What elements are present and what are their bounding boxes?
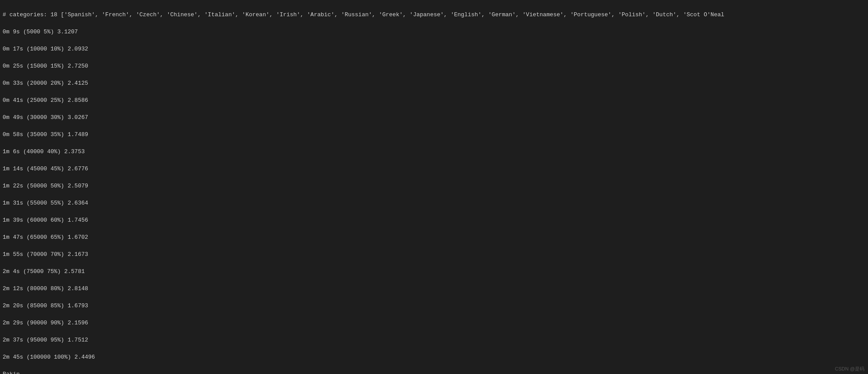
terminal-line: # categories: 18 ['Spanish', 'French', '… — [3, 11, 865, 19]
terminal-output: # categories: 18 ['Spanish', 'French', '… — [3, 2, 865, 374]
terminal-line: 2m 29s (90000 90%) 2.1596 — [3, 319, 865, 327]
terminal-line: 1m 31s (55000 55%) 2.6364 — [3, 199, 865, 208]
terminal-line: 1m 6s (40000 40%) 2.3753 — [3, 147, 865, 156]
terminal-line: Rakin — [3, 370, 865, 374]
terminal-line: 2m 45s (100000 100%) 2.4496 — [3, 353, 865, 362]
terminal-line: 0m 41s (25000 25%) 2.8586 — [3, 96, 865, 105]
watermark-text: CSDN @是码 — [835, 365, 864, 373]
terminal-line: 0m 17s (10000 10%) 2.0932 — [3, 45, 865, 54]
terminal-line: 2m 20s (85000 85%) 1.6793 — [3, 302, 865, 310]
terminal-line: 0m 58s (35000 35%) 1.7489 — [3, 130, 865, 139]
terminal-line: 2m 12s (80000 80%) 2.8148 — [3, 284, 865, 293]
terminal-line: 0m 25s (15000 15%) 2.7250 — [3, 62, 865, 71]
terminal-line: 1m 14s (45000 45%) 2.6776 — [3, 165, 865, 173]
terminal-line: 1m 22s (50000 50%) 2.5079 — [3, 182, 865, 191]
terminal-line: 1m 39s (60000 60%) 1.7456 — [3, 216, 865, 225]
terminal-line: 1m 55s (70000 70%) 2.1673 — [3, 250, 865, 259]
terminal-line: 2m 37s (95000 95%) 1.7512 — [3, 336, 865, 345]
terminal-line: 1m 47s (65000 65%) 1.6702 — [3, 233, 865, 242]
terminal-line: 0m 49s (30000 30%) 3.0267 — [3, 113, 865, 122]
terminal-line: 0m 9s (5000 5%) 3.1207 — [3, 28, 865, 36]
terminal-line: 2m 4s (75000 75%) 2.5781 — [3, 267, 865, 276]
terminal-line: 0m 33s (20000 20%) 2.4125 — [3, 79, 865, 88]
